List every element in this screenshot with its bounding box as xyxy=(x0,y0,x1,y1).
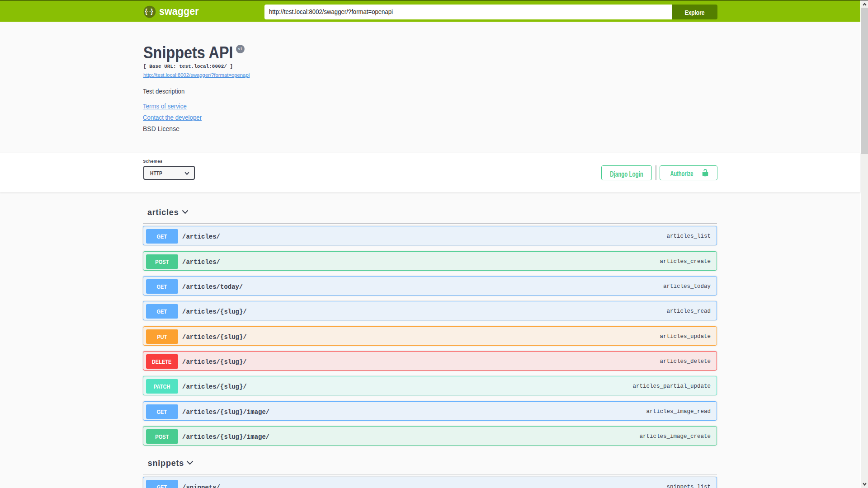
svg-text:}: } xyxy=(151,8,153,15)
svg-text:{: { xyxy=(145,8,148,15)
